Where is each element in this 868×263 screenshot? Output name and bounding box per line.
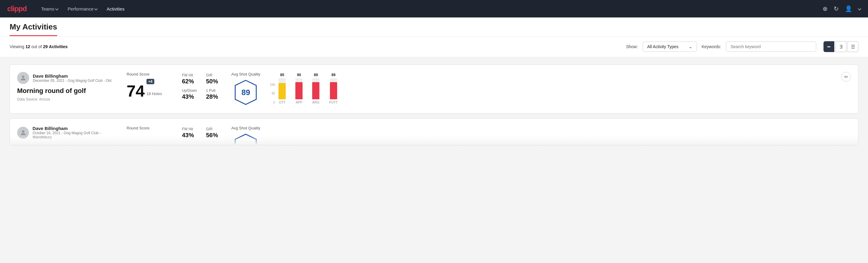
- round-score-section: Round Score 74 +4 18 Holes: [127, 72, 175, 99]
- y-axis: 100 50 0: [270, 83, 276, 104]
- navigation: clippd Teams Performance Activities ⊕ ↻ …: [0, 0, 868, 18]
- bar-col-putt: 89PUTT: [329, 73, 338, 104]
- avatar: [17, 127, 29, 139]
- teams-chevron-icon: [55, 7, 58, 10]
- activities-content: Dave Billingham December 05, 2021 - Gog …: [0, 57, 868, 152]
- user-info: Dave Billingham December 05, 2021 - Gog …: [33, 74, 111, 83]
- bar-axis-label: OTT: [279, 100, 285, 104]
- logo[interactable]: clippd: [7, 4, 27, 13]
- bar-col-app: 90APP: [296, 73, 303, 104]
- keywords-label: Keywords:: [702, 44, 721, 49]
- svg-point-0: [22, 76, 24, 78]
- view-grid-button[interactable]: ∃: [836, 41, 846, 52]
- bar-value-label: 89: [314, 73, 318, 77]
- gir-value: 50%: [206, 78, 224, 85]
- bar-value-label: 89: [332, 73, 335, 77]
- avatar: [17, 72, 29, 84]
- filter-bar: Viewing 12 out of 29 Activities Show: Al…: [0, 36, 868, 57]
- view-list-compact-button[interactable]: ━: [824, 41, 834, 52]
- card-edit-button[interactable]: ✏: [841, 72, 851, 82]
- show-label: Show:: [626, 44, 638, 49]
- updown-label: Up/Down: [182, 88, 200, 93]
- activity-card: Dave Billingham December 05, 2021 - Gog …: [10, 64, 858, 113]
- bar-container: [279, 78, 286, 99]
- bar-value-label: 85: [280, 73, 284, 77]
- view-list-button[interactable]: ☰: [847, 41, 858, 52]
- fw-hit-label: FW Hit: [182, 127, 200, 131]
- refresh-icon[interactable]: ↻: [834, 5, 839, 12]
- quality-section: Avg Shot Quality 89 100 50 0 85OT: [231, 72, 834, 106]
- bar-container: [296, 78, 303, 99]
- hexagon-number: 89: [242, 88, 250, 97]
- fw-hit-label: FW Hit: [182, 73, 200, 77]
- date-course: December 05, 2021 - Gog Magog Golf Club …: [33, 79, 111, 83]
- round-score-label: Round Score: [127, 72, 175, 77]
- user-menu-chevron-icon[interactable]: [858, 7, 861, 10]
- bar-axis-label: ARG: [312, 100, 319, 104]
- nav-activities[interactable]: Activities: [107, 6, 125, 11]
- stat-updown: Up/Down 43%: [182, 88, 200, 100]
- gir-label: GIR: [206, 73, 224, 77]
- bar-fill: [312, 82, 319, 99]
- user-row: Dave Billingham December 05, 2021 - Gog …: [17, 72, 119, 84]
- gir-value: 56%: [206, 132, 224, 139]
- page-header: My Activities: [0, 18, 868, 36]
- stats-section: FW Hit 62% GIR 50% Up/Down 43% 1 Putt 28…: [182, 72, 224, 100]
- stat-1putt: 1 Putt 28%: [206, 88, 224, 100]
- bar-fill: [279, 83, 286, 99]
- holes-label: 18 Holes: [147, 91, 162, 96]
- bar-axis-label: PUTT: [329, 100, 338, 104]
- activity-title: Morning round of golf: [17, 87, 119, 95]
- page-title: My Activities: [10, 22, 57, 36]
- svg-point-2: [22, 130, 24, 133]
- bar-col-ott: 85OTT: [279, 73, 286, 104]
- add-icon[interactable]: ⊕: [823, 5, 828, 12]
- user-name: Dave Billingham: [32, 126, 119, 131]
- avg-quality-label: Avg Shot Quality: [231, 72, 260, 77]
- bar-container: [312, 78, 319, 99]
- stat-fw-hit: FW Hit 43%: [182, 127, 200, 139]
- 1putt-value: 28%: [206, 93, 224, 100]
- activity-type-chevron-icon: ⌄: [689, 44, 692, 49]
- nav-performance[interactable]: Performance: [68, 6, 97, 11]
- stat-gir: GIR 56%: [206, 127, 224, 139]
- fw-hit-value: 62%: [182, 78, 200, 85]
- 1putt-label: 1 Putt: [206, 88, 224, 93]
- viewing-count-text: Viewing 12 out of 29 Activities: [10, 44, 621, 49]
- gir-label: GIR: [206, 127, 224, 131]
- bar-container: [330, 78, 337, 99]
- activity-type-select[interactable]: All Activity Types ⌄: [643, 41, 697, 52]
- user-avatar-icon[interactable]: 👤: [845, 5, 852, 12]
- bar-col-arg: 89ARG: [312, 73, 319, 104]
- bar-fill: [296, 82, 303, 99]
- user-info: Dave Billingham October 16, 2021 - Gog M…: [32, 126, 119, 139]
- bar-fill: [330, 82, 337, 99]
- bar-chart-wrap: 100 50 0 85OTT90APP89ARG89PUTT: [270, 74, 834, 104]
- activity-card: Dave Billingham October 16, 2021 - Gog M…: [10, 118, 858, 145]
- bar-chart: 85OTT90APP89ARG89PUTT: [276, 74, 340, 104]
- score-badge: +4: [147, 79, 154, 84]
- stats-section: FW Hit 43% GIR 56%: [182, 126, 224, 139]
- card-left: Dave Billingham October 16, 2021 - Gog M…: [17, 126, 119, 142]
- updown-value: 43%: [182, 93, 200, 100]
- avg-quality-label: Avg Shot Quality: [231, 126, 260, 130]
- search-input[interactable]: [726, 41, 816, 52]
- date-course: October 16, 2021 - Gog Magog Golf Club -…: [32, 131, 119, 139]
- score-value: 74: [127, 83, 145, 99]
- view-toggle: ━ ∃ ☰: [824, 41, 858, 52]
- hexagon: 89: [232, 79, 259, 106]
- bar-axis-label: APP: [296, 100, 302, 104]
- nav-right: ⊕ ↻ 👤: [823, 5, 861, 12]
- round-score-row: 74 +4 18 Holes: [127, 79, 175, 99]
- round-score-label: Round Score: [127, 126, 175, 130]
- nav-teams[interactable]: Teams: [41, 6, 58, 11]
- svg-marker-3: [235, 134, 256, 145]
- performance-chevron-icon: [94, 7, 97, 10]
- fw-hit-value: 43%: [182, 132, 200, 139]
- user-row: Dave Billingham October 16, 2021 - Gog M…: [17, 126, 119, 139]
- hexagon: [232, 133, 259, 145]
- hexagon-wrap: Avg Shot Quality 89: [231, 72, 260, 106]
- bar-value-label: 90: [297, 73, 301, 77]
- user-name: Dave Billingham: [33, 74, 111, 79]
- hexagon-wrap: Avg Shot Quality: [231, 126, 260, 145]
